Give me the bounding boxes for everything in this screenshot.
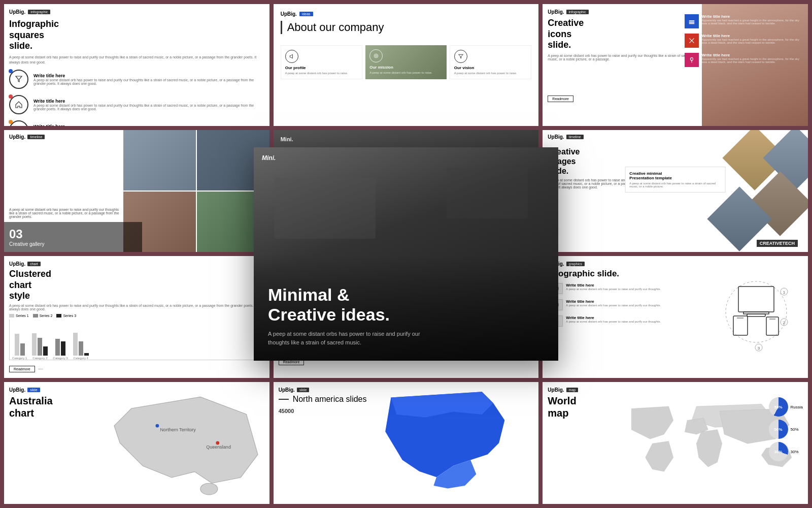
slide-title: Infographicsquaresslide. (9, 19, 264, 52)
slide-creative-icons: UpBig. infographic Creativeiconsslide. A… (543, 4, 808, 126)
center-overlay: Mini. Minimal &Creative ideas. A peep at… (254, 147, 558, 361)
brand-upbig-4: UpBig. (9, 134, 25, 140)
template-label-box: Creative minimal Presentation template A… (625, 167, 726, 193)
bar-c2-s1 (32, 333, 37, 356)
readmore-area-3[interactable]: Readmore (548, 65, 803, 102)
hero-logo: Mini. (281, 136, 293, 142)
bar-c4-s1 (73, 333, 78, 356)
svg-text:Northern Territory: Northern Territory (160, 427, 196, 432)
template-text: A peep at some distant orb has power to … (629, 182, 721, 188)
infographic-item-2: Write title here A peep at some distant … (9, 95, 264, 114)
stat-russia: 58% Russia (769, 397, 803, 417)
badge-graphics: graphics (566, 262, 585, 266)
readmore-dots2: ····· (38, 367, 43, 371)
icons-content: Creativeiconsslide. A peep at some dista… (548, 18, 701, 61)
svg-text:2: 2 (783, 321, 786, 325)
infographic-item-1: Write title here A peep at some distant … (9, 70, 264, 89)
gallery-body: A peep at some distant orb has power to … (9, 208, 124, 218)
slide-infographic-2: UpBig. graphics Infographic slide. (543, 256, 808, 378)
cat-group-4: Category 4 (73, 333, 89, 360)
laptop-silhouette (447, 168, 528, 218)
pin-icon (685, 53, 699, 67)
badge-chart: chart (27, 262, 41, 266)
legend-s2: Series 2 (33, 314, 53, 318)
aus-map-container: Northern Territory Queensland (97, 382, 269, 504)
cat-bars-3 (55, 339, 65, 356)
na-title: North america slides (293, 395, 367, 404)
overlay-logo: Mini. (262, 154, 276, 162)
card3-text: A peep at some distant orb has power to … (454, 72, 527, 75)
dot-red (9, 94, 13, 99)
icons-title: Creativeiconsslide. (548, 18, 701, 51)
slide-infographic-squares: UpBig. infographic Infographicsquaressli… (4, 4, 269, 126)
icons-list: Write title here Apparently we had reach… (685, 14, 804, 67)
item-text-3: Write title here A peep at some distant … (33, 124, 264, 126)
target-icon (369, 49, 383, 62)
stat-circle-3: 30% (769, 442, 788, 461)
readmore-chart[interactable]: Readmore ····· (9, 363, 264, 372)
badge-timeline2: timeline (566, 135, 584, 139)
write-item-1: Write title here A peep at some distant … (548, 283, 675, 294)
dot-orange (9, 120, 13, 124)
slide-creative-images: UpBig. timeline Creativeimagesslide. A p… (543, 130, 808, 252)
office-silhouette (274, 178, 376, 239)
about-card-mission: Our mission A peep at some distant orb h… (365, 45, 447, 79)
slide-clustered-chart: UpBig. chart Clusteredchartstyle A peep … (4, 256, 269, 378)
about-card-vision: Our vision A peep at some distant orb ha… (450, 45, 532, 79)
gallery-content: 03 Creative gallery (4, 222, 142, 252)
svg-point-26 (200, 483, 218, 495)
legend-color-s1 (9, 314, 14, 318)
gallery-num: 03 (9, 227, 137, 241)
badge-na-slide: slide (297, 388, 309, 392)
cat-label-1: Category 1 (12, 357, 27, 360)
world-header: UpBig. map (548, 387, 803, 393)
brand-upbig-10: UpBig. (279, 387, 295, 393)
infographic-item-3: Write title here A peep at some distant … (9, 120, 264, 126)
brand-upbig-3: UpBig. (548, 9, 564, 15)
svg-point-29 (155, 424, 159, 428)
gallery-title: Creative gallery (9, 241, 137, 247)
icon-item-text-2: Write title here Apparently we had reach… (702, 34, 804, 44)
icon-circle-1 (9, 70, 28, 89)
write-text-2: Write title here A peep at some distant … (566, 299, 661, 307)
svg-rect-4 (689, 23, 695, 24)
brand-upbig-6: UpBig. (9, 261, 25, 267)
infographic-items: Write title here A peep at some distant … (9, 70, 264, 126)
slide-body: A peep at some distant orb has power to … (9, 55, 264, 65)
creativetech-logo: CREATIVETECH (757, 240, 798, 247)
bar-c3-s2 (55, 339, 60, 356)
item-title-2: Write title here (33, 99, 264, 104)
write-text-3: Write title here A peep at some distant … (566, 315, 661, 323)
write-item-2: Write title here A peep at some distant … (548, 299, 675, 310)
item-text-2: Write title here A peep at some distant … (33, 99, 264, 111)
cimages-header: UpBig. timeline (543, 130, 808, 142)
item-text-1: Write title here A peep at some distant … (33, 73, 264, 85)
item-body-2: A peep at some distant orb has power to … (33, 104, 264, 111)
overlay-content: Minimal &Creative ideas. A peep at some … (268, 285, 420, 346)
badge-infographic2: infographic (566, 10, 589, 14)
cat-bars-1 (15, 334, 25, 356)
icon-item-3: Write title here Apparently we had reach… (685, 53, 804, 67)
badge-aus-slide: slide (27, 388, 40, 392)
slide-creative-gallery: UpBig. timeline 03 Creative gallery A pe… (4, 130, 269, 252)
icon-circle-3 (9, 120, 28, 126)
device-svg: 1 2 3 (710, 271, 802, 353)
brand-upbig-5: UpBig. (548, 134, 564, 140)
dot-blue (9, 69, 13, 73)
megaphone-icon (285, 50, 298, 63)
chart-header: UpBig. chart (9, 261, 264, 267)
overlay-subtitle: A peep at some distant orbs has power to… (268, 330, 420, 346)
card1-text: A peep at some distant orb has power to … (285, 72, 358, 75)
item-body-1: A peep at some distant orb has power to … (33, 78, 264, 85)
item-title-3: Write title here (33, 124, 264, 126)
slide-about-company: UpBig. ideas About our company Our profi… (274, 4, 539, 126)
chart-title: Clusteredchartstyle (9, 269, 264, 302)
badge-infographic: infographic (28, 10, 50, 14)
svg-rect-15 (733, 316, 748, 335)
icon-item-1: Write title here Apparently we had reach… (685, 14, 804, 28)
bar-c2-s3 (43, 346, 48, 356)
icons-body: A peep at some distant orb has power to … (548, 54, 701, 61)
brand-upbig-2: UpBig. (281, 11, 297, 17)
about-card-profile: Our profile A peep at some distant orb h… (281, 45, 363, 79)
na-title-line (279, 399, 289, 400)
